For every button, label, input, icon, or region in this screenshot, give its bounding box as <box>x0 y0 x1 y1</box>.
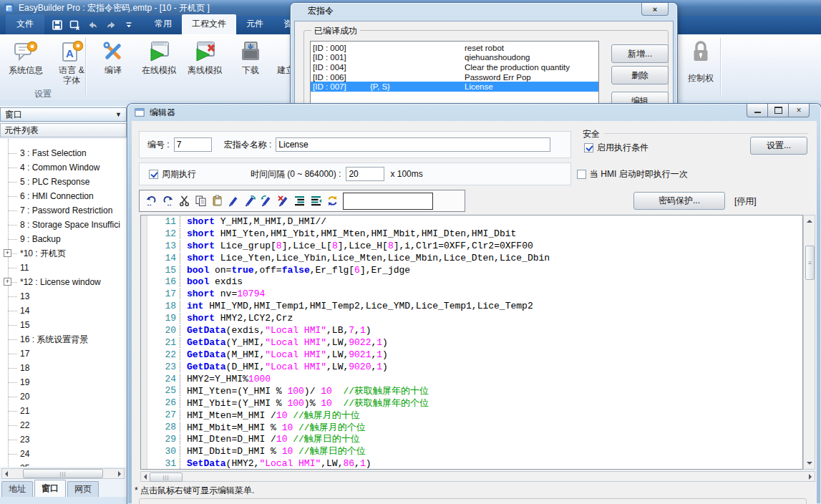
tree-item[interactable]: + 9 : Backup <box>0 232 127 246</box>
tree-item[interactable]: + 11 <box>0 261 127 275</box>
copy-icon[interactable] <box>195 195 207 207</box>
ribbon-button[interactable]: 编译 <box>90 37 136 75</box>
macro-id-input[interactable] <box>174 137 212 152</box>
tree-item[interactable]: + 17 <box>0 346 127 361</box>
tree-item[interactable]: + 13 <box>0 289 127 304</box>
scroll-left-arrow[interactable] <box>141 474 147 480</box>
tree-item[interactable]: + 23 <box>0 432 127 447</box>
tree-item[interactable]: + 22 <box>0 418 127 432</box>
tree-item[interactable]: + 14 <box>0 304 127 318</box>
tree-item[interactable]: + 8 : Storage Space Insuffici <box>0 218 127 232</box>
close-button[interactable]: × <box>641 3 669 16</box>
bookmark-clear-icon[interactable] <box>277 195 289 207</box>
scroll-left-arrow[interactable] <box>2 471 8 477</box>
tree-item[interactable]: + 24 <box>0 447 127 461</box>
bookmark-prev-icon[interactable] <box>261 195 273 207</box>
macro-list-row[interactable]: [ID : 006] Password Err Pop <box>311 72 598 82</box>
sidebar-horizontal-scrollbar[interactable]: ||| <box>1 468 125 479</box>
svg-text:A: A <box>66 47 74 59</box>
tree-item[interactable]: + 7 : Password Restriction <box>0 203 127 218</box>
window-icon <box>135 107 145 117</box>
macro-list-row[interactable]: [ID : 001] qiehuanshoudong <box>311 53 598 63</box>
tree-item[interactable]: + *10 : 开机页 <box>0 246 127 261</box>
macro-list-row[interactable]: [ID : 007] {P, S} License <box>311 82 598 92</box>
expand-plus-icon[interactable]: + <box>4 249 11 257</box>
macro-delete-button[interactable]: 删除 <box>611 66 669 84</box>
scrollbar-thumb[interactable]: ||| <box>23 469 103 478</box>
security-settings-button[interactable]: 设置... <box>750 137 807 155</box>
tree-item[interactable]: + 16 : 系统设置背景 <box>0 332 127 346</box>
undo-gray-icon[interactable] <box>87 19 99 31</box>
indent-icon[interactable] <box>293 195 306 207</box>
outdent-icon[interactable] <box>310 195 322 207</box>
periodic-label: 周期执行 <box>162 168 196 180</box>
bookmark-next-icon[interactable] <box>244 195 256 207</box>
tree-item[interactable]: + 21 <box>0 404 127 418</box>
ribbon-button[interactable]: 在线模拟 <box>136 37 182 75</box>
caret-down-icon[interactable] <box>123 19 135 31</box>
exec-condition-checkbox[interactable] <box>584 143 593 152</box>
password-protect-button[interactable]: 密码保护... <box>633 192 725 210</box>
sidebar-tab[interactable]: 网页 <box>67 481 99 497</box>
ribbon-tab[interactable]: 元件 <box>236 14 273 34</box>
undo-icon[interactable] <box>145 195 157 207</box>
ribbon-button[interactable]: 离线模拟 <box>182 37 228 75</box>
macro-name-input[interactable] <box>276 137 550 152</box>
scroll-right-arrow[interactable] <box>118 471 124 477</box>
tree-item[interactable]: + 15 <box>0 318 127 332</box>
tree-item[interactable]: + *12 : License window <box>0 275 127 289</box>
paste-icon[interactable] <box>211 195 223 207</box>
macro-new-button[interactable]: 新增... <box>611 44 669 63</box>
ribbon-button[interactable]: 下载 <box>228 37 273 75</box>
tree-item[interactable]: + 18 <box>0 361 127 375</box>
editor-body: 编号 : 宏指令名称 : 安全 启用执行条件 设置... 周期执行 时间间隔 (… <box>132 121 817 504</box>
file-menu-button[interactable]: 文件 <box>6 14 44 34</box>
tree-item[interactable]: + 4 : Common Window <box>0 160 127 175</box>
save-icon[interactable] <box>52 19 63 31</box>
ribbon-button[interactable]: 系统信息 <box>3 37 49 75</box>
find-replace-icon[interactable] <box>326 195 339 207</box>
redo-icon[interactable] <box>162 195 174 207</box>
redo-gray-icon[interactable] <box>105 19 117 31</box>
code-horizontal-scrollbar[interactable]: ||| <box>140 471 815 482</box>
scroll-right-arrow[interactable] <box>809 474 815 480</box>
pane-selector-window[interactable]: 窗口 ▼ <box>0 107 127 122</box>
interval-input[interactable] <box>346 167 384 181</box>
run-on-startup-checkbox[interactable] <box>577 170 586 179</box>
expand-plus-icon[interactable]: + <box>4 278 11 286</box>
download-icon <box>238 39 263 64</box>
scroll-down-arrow[interactable] <box>807 462 812 467</box>
scroll-up-arrow[interactable] <box>807 217 812 223</box>
tree-item[interactable]: + 20 <box>0 389 127 404</box>
cut-icon[interactable] <box>178 195 190 207</box>
sidebar-tab[interactable]: 地址 <box>1 481 33 497</box>
scrollbar-thumb[interactable]: ||| <box>150 472 183 482</box>
tree-item[interactable]: + 19 <box>0 375 127 389</box>
code-editor[interactable]: 11short Y_HMI,M_HMI,D_HMI//12short HMI_Y… <box>140 215 803 470</box>
chevron-down-icon: ▼ <box>115 111 122 118</box>
periodic-checkbox[interactable] <box>149 170 158 179</box>
restore-button[interactable] <box>767 104 789 117</box>
lock-icon <box>689 39 713 65</box>
ribbon-button[interactable]: A 语言 & 字体 <box>49 37 94 85</box>
tree-item[interactable]: + 5 : PLC Response <box>0 175 127 189</box>
macro-list-row[interactable]: [ID : 004] Clear the production quantity <box>311 62 598 72</box>
close-icon: × <box>796 105 801 115</box>
tree-item[interactable]: + 25 <box>0 461 127 467</box>
scrollbar-thumb[interactable]: ≡ <box>805 246 815 280</box>
ribbon-tab[interactable]: 常用 <box>145 14 182 34</box>
code-vertical-scrollbar[interactable]: ≡ <box>803 215 815 470</box>
macro-list-row[interactable]: [ID : 000] reset robot <box>311 43 598 53</box>
close-button[interactable]: × <box>788 104 810 117</box>
tree-item[interactable]: + 6 : HMI Connection <box>0 189 127 203</box>
sidebar-tab[interactable]: 窗口 <box>34 480 66 497</box>
ribbon-tab[interactable]: 工程文件 <box>182 14 236 34</box>
tree-item[interactable]: + 3 : Fast Selection <box>0 146 127 160</box>
search-input[interactable] <box>343 193 433 210</box>
control-right-button[interactable]: 控制权 <box>677 37 724 84</box>
group-label-settings: 设置 <box>3 88 83 100</box>
export-icon[interactable] <box>69 19 81 31</box>
bookmark-add-icon[interactable] <box>228 195 240 207</box>
minimize-button[interactable] <box>747 104 768 117</box>
exec-condition-row: 启用执行条件 <box>584 142 648 154</box>
